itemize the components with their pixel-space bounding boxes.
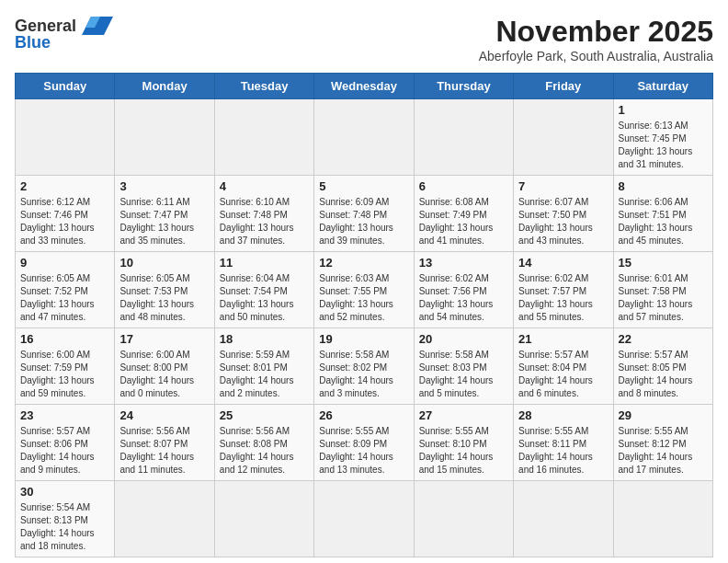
location-title: Aberfoyle Park, South Australia, Austral… (479, 49, 713, 63)
weekday-header-sunday: Sunday (16, 74, 115, 99)
calendar-day-cell: 13Sunrise: 6:02 AMSunset: 7:56 PMDayligh… (414, 252, 513, 328)
day-info: Sunrise: 5:55 AMSunset: 8:09 PMDaylight:… (319, 425, 408, 477)
day-number: 18 (220, 332, 309, 346)
day-info: Sunrise: 5:58 AMSunset: 8:03 PMDaylight:… (419, 349, 508, 400)
calendar-body: 1Sunrise: 6:13 AMSunset: 7:45 PMDaylight… (16, 99, 713, 557)
logo-blue: Blue (15, 33, 51, 52)
day-number: 20 (419, 332, 508, 346)
calendar-day-cell (115, 99, 214, 176)
day-number: 11 (220, 256, 309, 270)
weekday-header-wednesday: Wednesday (314, 74, 414, 99)
day-number: 14 (518, 256, 608, 270)
day-info: Sunrise: 5:58 AMSunset: 8:02 PMDaylight:… (319, 349, 408, 400)
day-info: Sunrise: 6:13 AMSunset: 7:45 PMDaylight:… (619, 120, 708, 171)
day-number: 21 (518, 332, 608, 346)
calendar-day-cell (314, 99, 414, 176)
calendar-day-cell: 29Sunrise: 5:55 AMSunset: 8:12 PMDayligh… (613, 405, 712, 481)
calendar-day-cell: 18Sunrise: 5:59 AMSunset: 8:01 PMDayligh… (214, 328, 313, 405)
calendar-day-cell: 1Sunrise: 6:13 AMSunset: 7:45 PMDaylight… (613, 99, 712, 176)
day-info: Sunrise: 6:02 AMSunset: 7:57 PMDaylight:… (518, 272, 608, 324)
day-info: Sunrise: 5:55 AMSunset: 8:12 PMDaylight:… (619, 425, 708, 477)
day-info: Sunrise: 5:57 AMSunset: 8:05 PMDaylight:… (619, 349, 708, 400)
month-title: November 2025 (479, 15, 713, 49)
calendar-day-cell (414, 481, 513, 557)
title-area: November 2025 Aberfoyle Park, South Aust… (479, 15, 713, 63)
calendar-day-cell (214, 99, 313, 176)
day-info: Sunrise: 6:09 AMSunset: 7:48 PMDaylight:… (319, 196, 408, 247)
calendar-day-cell (214, 481, 313, 557)
day-number: 27 (419, 408, 508, 422)
day-number: 6 (419, 179, 508, 193)
day-number: 2 (20, 179, 109, 193)
calendar-day-cell: 23Sunrise: 5:57 AMSunset: 8:06 PMDayligh… (16, 405, 115, 481)
day-info: Sunrise: 5:57 AMSunset: 8:04 PMDaylight:… (518, 349, 608, 400)
day-number: 29 (619, 408, 708, 422)
calendar-day-cell: 25Sunrise: 5:56 AMSunset: 8:08 PMDayligh… (214, 405, 313, 481)
weekday-header-tuesday: Tuesday (214, 74, 313, 99)
day-info: Sunrise: 6:07 AMSunset: 7:50 PMDaylight:… (518, 196, 608, 247)
day-info: Sunrise: 6:06 AMSunset: 7:51 PMDaylight:… (619, 196, 708, 247)
day-info: Sunrise: 6:05 AMSunset: 7:52 PMDaylight:… (20, 272, 109, 324)
calendar-day-cell: 19Sunrise: 5:58 AMSunset: 8:02 PMDayligh… (314, 328, 414, 405)
calendar-week-row: 2Sunrise: 6:12 AMSunset: 7:46 PMDaylight… (16, 176, 713, 252)
day-number: 1 (619, 103, 708, 117)
calendar-day-cell: 21Sunrise: 5:57 AMSunset: 8:04 PMDayligh… (514, 328, 613, 405)
day-number: 19 (319, 332, 408, 346)
day-info: Sunrise: 6:03 AMSunset: 7:55 PMDaylight:… (319, 272, 408, 324)
day-info: Sunrise: 5:56 AMSunset: 8:08 PMDaylight:… (220, 425, 309, 477)
calendar-day-cell: 24Sunrise: 5:56 AMSunset: 8:07 PMDayligh… (115, 405, 214, 481)
day-info: Sunrise: 6:00 AMSunset: 7:59 PMDaylight:… (20, 349, 109, 400)
weekday-header-row: SundayMondayTuesdayWednesdayThursdayFrid… (16, 74, 713, 99)
day-number: 17 (119, 332, 209, 346)
logo: General Blue (15, 15, 113, 52)
calendar-day-cell: 30Sunrise: 5:54 AMSunset: 8:13 PMDayligh… (16, 481, 115, 557)
day-info: Sunrise: 5:56 AMSunset: 8:07 PMDaylight:… (119, 425, 209, 477)
calendar-day-cell (613, 481, 712, 557)
day-number: 12 (319, 256, 408, 270)
day-info: Sunrise: 6:04 AMSunset: 7:54 PMDaylight:… (220, 272, 309, 324)
calendar-day-cell: 16Sunrise: 6:00 AMSunset: 7:59 PMDayligh… (16, 328, 115, 405)
day-info: Sunrise: 6:00 AMSunset: 8:00 PMDaylight:… (119, 349, 209, 400)
calendar-day-cell: 2Sunrise: 6:12 AMSunset: 7:46 PMDaylight… (16, 176, 115, 252)
calendar-day-cell (514, 481, 613, 557)
calendar-day-cell (115, 481, 214, 557)
day-number: 25 (220, 408, 309, 422)
day-info: Sunrise: 5:57 AMSunset: 8:06 PMDaylight:… (20, 425, 109, 477)
calendar-day-cell: 6Sunrise: 6:08 AMSunset: 7:49 PMDaylight… (414, 176, 513, 252)
calendar-day-cell: 9Sunrise: 6:05 AMSunset: 7:52 PMDaylight… (16, 252, 115, 328)
day-number: 9 (20, 256, 109, 270)
day-info: Sunrise: 6:08 AMSunset: 7:49 PMDaylight:… (419, 196, 508, 247)
day-number: 3 (119, 179, 209, 193)
calendar-day-cell: 4Sunrise: 6:10 AMSunset: 7:48 PMDaylight… (214, 176, 313, 252)
day-number: 7 (518, 179, 608, 193)
day-info: Sunrise: 6:02 AMSunset: 7:56 PMDaylight:… (419, 272, 508, 324)
calendar-day-cell: 11Sunrise: 6:04 AMSunset: 7:54 PMDayligh… (214, 252, 313, 328)
calendar-day-cell: 8Sunrise: 6:06 AMSunset: 7:51 PMDaylight… (613, 176, 712, 252)
day-info: Sunrise: 6:11 AMSunset: 7:47 PMDaylight:… (119, 196, 209, 247)
calendar-week-row: 23Sunrise: 5:57 AMSunset: 8:06 PMDayligh… (16, 405, 713, 481)
weekday-header-friday: Friday (514, 74, 613, 99)
calendar-day-cell: 27Sunrise: 5:55 AMSunset: 8:10 PMDayligh… (414, 405, 513, 481)
weekday-header-saturday: Saturday (613, 74, 712, 99)
day-info: Sunrise: 5:54 AMSunset: 8:13 PMDaylight:… (20, 501, 109, 553)
day-number: 16 (20, 332, 109, 346)
calendar-week-row: 9Sunrise: 6:05 AMSunset: 7:52 PMDaylight… (16, 252, 713, 328)
day-number: 5 (319, 179, 408, 193)
logo-icon (78, 15, 113, 37)
weekday-header-monday: Monday (115, 74, 214, 99)
calendar-day-cell: 15Sunrise: 6:01 AMSunset: 7:58 PMDayligh… (613, 252, 712, 328)
calendar-table: SundayMondayTuesdayWednesdayThursdayFrid… (15, 73, 713, 557)
day-number: 8 (619, 179, 708, 193)
calendar-day-cell: 7Sunrise: 6:07 AMSunset: 7:50 PMDaylight… (514, 176, 613, 252)
day-number: 15 (619, 256, 708, 270)
calendar-day-cell: 12Sunrise: 6:03 AMSunset: 7:55 PMDayligh… (314, 252, 414, 328)
calendar-day-cell: 26Sunrise: 5:55 AMSunset: 8:09 PMDayligh… (314, 405, 414, 481)
day-number: 24 (119, 408, 209, 422)
calendar-day-cell: 22Sunrise: 5:57 AMSunset: 8:05 PMDayligh… (613, 328, 712, 405)
day-number: 13 (419, 256, 508, 270)
header: General Blue November 2025 Aberfoyle Par… (15, 15, 713, 63)
day-number: 4 (220, 179, 309, 193)
calendar-week-row: 1Sunrise: 6:13 AMSunset: 7:45 PMDaylight… (16, 99, 713, 176)
calendar-day-cell: 17Sunrise: 6:00 AMSunset: 8:00 PMDayligh… (115, 328, 214, 405)
day-info: Sunrise: 6:01 AMSunset: 7:58 PMDaylight:… (619, 272, 708, 324)
